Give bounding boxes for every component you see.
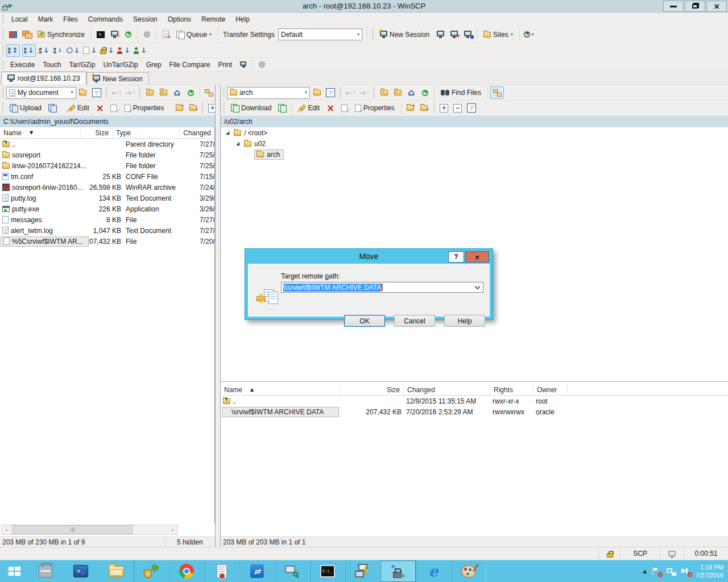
taskbar-paint[interactable]: [451, 560, 486, 582]
remote-parent-directory-icon[interactable]: ↑: [377, 86, 391, 99]
remote-root-directory-icon[interactable]: ∕: [391, 86, 404, 99]
sort-by-extension-icon[interactable]: ↓: [36, 44, 51, 57]
action-center-flag-icon[interactable]: ×: [651, 567, 661, 576]
local-properties-button[interactable]: ✓Properties: [121, 102, 168, 114]
status-protocol-section[interactable]: SCP: [620, 547, 660, 560]
table-row[interactable]: sosreport-liniw-20160... 26,598 KB WinRA…: [0, 182, 214, 193]
taskbar-chrome[interactable]: [169, 560, 204, 582]
start-button[interactable]: [0, 560, 28, 582]
local-home-icon[interactable]: ⌂: [170, 86, 184, 99]
table-row[interactable]: putty.log 134 KB Text Document 3/29/: [0, 193, 214, 203]
menu-remote[interactable]: Remote: [196, 13, 230, 26]
cancel-button[interactable]: Cancel: [394, 315, 435, 327]
taskbar-powershell[interactable]: [63, 560, 98, 582]
table-row[interactable]: alert_iwtm.log 1,047 KB Text Document 7/…: [0, 225, 214, 236]
local-forward-icon[interactable]: →▾: [123, 86, 136, 99]
remote-new-folder-icon[interactable]: +: [404, 102, 417, 114]
preferences-gear-icon[interactable]: [140, 28, 154, 41]
queue-disabled-icon[interactable]: ×: [159, 28, 172, 41]
command-targzip[interactable]: Tar/GZip: [65, 59, 99, 71]
table-row[interactable]: liniw-20160724162214... File folder 7/25…: [0, 160, 214, 171]
tree-expander-icon[interactable]: ◢: [234, 141, 241, 146]
sort-by-owner-icon[interactable]: ↓: [115, 44, 132, 57]
local-refresh-icon[interactable]: [184, 86, 197, 99]
upload-options-icon[interactable]: [46, 102, 59, 114]
local-delete-icon[interactable]: ×: [93, 102, 107, 114]
maximize-button[interactable]: [685, 1, 705, 12]
remote-column-changed[interactable]: Changed: [404, 384, 490, 395]
network-icon[interactable]: [666, 567, 676, 576]
remote-home-icon[interactable]: ⌂: [404, 86, 418, 99]
sort-by-name-icon[interactable]: ↓: [22, 44, 36, 57]
local-column-type[interactable]: Type: [113, 127, 180, 138]
menu-options[interactable]: Options: [163, 13, 196, 26]
sites-button[interactable]: Sites▾: [479, 28, 517, 41]
local-path-bar[interactable]: C:\Users\admin_yousif\Documents: [0, 116, 216, 128]
synchronize-browsing-icon[interactable]: [20, 28, 34, 41]
remote-rename-icon[interactable]: ∕: [337, 102, 351, 114]
command-untargzip[interactable]: UnTar/GZip: [99, 59, 142, 71]
compare-directories-icon[interactable]: [6, 28, 20, 41]
remote-directory-combo[interactable]: arch ▾: [227, 87, 310, 99]
remote-expand-icon[interactable]: +: [437, 102, 451, 114]
remote-refresh-icon[interactable]: [418, 86, 432, 99]
remote-properties-button[interactable]: ✓Properties: [351, 102, 399, 114]
taskbar-file-explorer[interactable]: [98, 560, 134, 582]
remote-column-size[interactable]: Size: [340, 384, 404, 395]
menu-session[interactable]: Session: [128, 13, 163, 26]
sort-by-type-icon[interactable]: ↓: [51, 44, 65, 57]
taskbar-cmd[interactable]: [310, 560, 345, 582]
local-new-folder-icon[interactable]: +: [172, 102, 186, 114]
remote-command-icon[interactable]: ϟ: [107, 28, 121, 41]
table-row[interactable]: tm.conf 25 KB CONF File 7/15/: [0, 171, 214, 182]
dialog-help-button[interactable]: ?: [448, 251, 464, 263]
remote-new-file-icon[interactable]: ➝: [417, 102, 431, 114]
command-grep[interactable]: Grep: [142, 59, 166, 71]
tree-expander-icon[interactable]: ◢: [224, 130, 231, 135]
taskbar-internet-explorer[interactable]: e: [416, 560, 451, 582]
synchronize-button[interactable]: ⇄Synchronize: [34, 28, 89, 41]
local-root-directory-icon[interactable]: \: [156, 86, 170, 99]
remote-back-icon[interactable]: ←▾: [344, 86, 357, 99]
local-column-name[interactable]: Name▼: [0, 127, 81, 138]
menu-mark[interactable]: Mark: [33, 13, 59, 26]
tab-session-active[interactable]: root@192.168.10.23: [1, 72, 86, 85]
download-options-icon[interactable]: [275, 102, 289, 114]
remote-path-bar[interactable]: /u02/arch: [221, 116, 728, 128]
target-path-input[interactable]: \\srviw\f$\IWTM ARCHIVE DATA: [281, 282, 483, 293]
close-session-icon[interactable]: ×: [447, 28, 461, 41]
table-row-selected[interactable]: %5Csrviwf$IWTM AR... 207,432 KB File 7/2…: [0, 236, 214, 247]
remote-edit-button[interactable]: Edit: [294, 102, 324, 114]
table-row[interactable]: ↰.. Parent directory 7/27/: [0, 139, 214, 149]
print-display-icon[interactable]: [236, 59, 250, 71]
command-execute[interactable]: Execute: [6, 59, 39, 71]
minimize-button[interactable]: [663, 1, 684, 12]
transfer-settings-combo[interactable]: Default ▾: [278, 28, 362, 40]
new-session-button[interactable]: +New Session: [376, 28, 433, 41]
synchronize-color-icon[interactable]: ▾: [522, 28, 536, 41]
local-column-size[interactable]: Size: [81, 127, 113, 138]
title-bar[interactable]: arch - root@192.168.10.23 - WinSCP ×: [0, 0, 728, 13]
scrollbar-thumb[interactable]: [12, 525, 133, 534]
taskbar-clock[interactable]: 1:19 PM 7/27/2016: [696, 563, 723, 579]
duplicate-session-icon[interactable]: [433, 28, 447, 41]
taskbar-winscp-shortcut[interactable]: ϟ: [345, 560, 380, 582]
tab-new-session[interactable]: + New Session: [86, 72, 149, 85]
combo-dropdown-icon[interactable]: [475, 284, 481, 290]
remote-column-rights[interactable]: Rights: [490, 384, 533, 395]
tree-item-arch-selected[interactable]: ⌐ arch: [221, 149, 728, 160]
dialog-close-button[interactable]: ×: [465, 251, 489, 263]
scroll-right-icon[interactable]: ›: [168, 525, 177, 534]
taskbar-search-tool[interactable]: [275, 560, 310, 582]
upload-button[interactable]: Upload: [6, 102, 46, 114]
open-terminal-icon[interactable]: [94, 28, 107, 41]
customize-commands-gear-icon[interactable]: [255, 59, 268, 71]
sort-by-rights-icon[interactable]: ↓: [98, 44, 115, 57]
download-button[interactable]: Download: [227, 102, 275, 114]
remote-column-name[interactable]: Name▲: [221, 384, 340, 395]
sort-by-group-icon[interactable]: ↓: [132, 44, 148, 57]
remote-delete-icon[interactable]: ×: [324, 102, 337, 114]
local-parent-directory-icon[interactable]: ↑: [143, 86, 156, 99]
remote-forward-icon[interactable]: →▾: [357, 86, 371, 99]
close-button[interactable]: ×: [706, 1, 727, 12]
